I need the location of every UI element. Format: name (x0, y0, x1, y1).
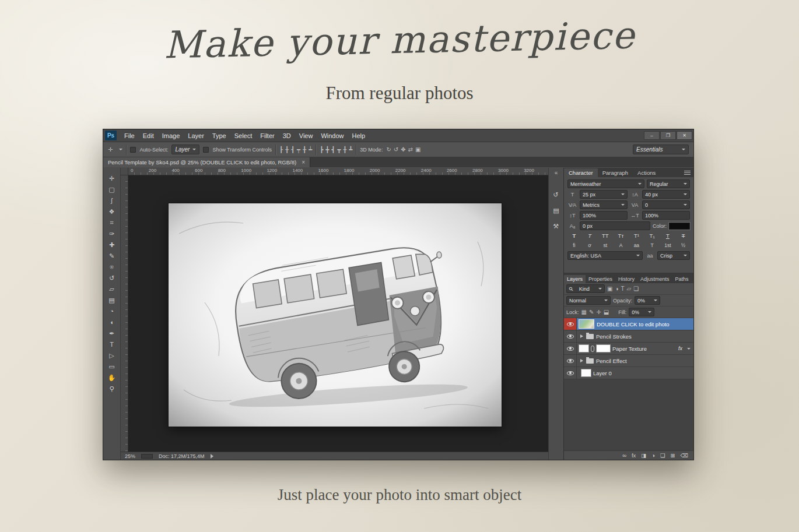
language-dropdown[interactable]: English: USA (567, 251, 643, 260)
menu-type[interactable]: Type (208, 132, 230, 139)
opentype-button[interactable]: st (599, 242, 612, 249)
menu-image[interactable]: Image (158, 132, 184, 139)
all-caps-button[interactable]: TT (599, 232, 612, 240)
3d-mode-icon[interactable]: ▣ (415, 146, 420, 153)
align-icon[interactable]: ┠ (279, 146, 283, 153)
status-menu-arrow-icon[interactable] (211, 454, 213, 459)
filter-kind-dropdown[interactable]: ⚲Kind (566, 284, 605, 293)
opentype-button[interactable]: T (646, 242, 659, 249)
pen-tool[interactable]: ✒ (105, 329, 119, 339)
font-size-field[interactable]: 25 px (580, 190, 628, 199)
auto-select-target-dropdown[interactable]: Layer (171, 145, 199, 154)
filter-adjustment-layers-icon[interactable]: ◑ (615, 286, 618, 292)
layer-row-pencil-effect[interactable]: Pencil Effect (564, 355, 693, 367)
opentype-button[interactable]: fi (567, 242, 581, 249)
link-layers-icon[interactable]: ∞ (622, 452, 626, 459)
mask-link-icon[interactable] (591, 346, 594, 352)
layer-thumbnail[interactable] (579, 344, 589, 353)
zoom-level[interactable]: 25% (125, 453, 135, 459)
artwork-canvas[interactable] (169, 203, 502, 427)
quick-selection-tool[interactable]: ❖ (105, 207, 119, 217)
document-viewport[interactable] (121, 175, 548, 452)
visibility-toggle[interactable] (564, 355, 577, 367)
3d-mode-icon[interactable]: ↻ (386, 146, 391, 153)
3d-mode-icon[interactable]: ⇄ (408, 146, 413, 153)
menu-view[interactable]: View (295, 132, 317, 139)
lock-transparency-icon[interactable]: ▦ (581, 309, 587, 315)
close-tab-icon[interactable]: × (302, 159, 305, 165)
filter-shape-layers-icon[interactable]: ▱ (627, 286, 632, 292)
tool-presets-panel-icon[interactable]: ⚒ (553, 223, 559, 230)
canvas-area[interactable]: 0200400600800100012001400160018002000220… (121, 168, 548, 460)
distribute-icon[interactable]: ┳ (337, 146, 341, 153)
history-panel-icon[interactable]: ↺ (553, 191, 559, 199)
visibility-toggle[interactable] (564, 367, 577, 379)
visibility-toggle[interactable] (564, 343, 577, 354)
text-color-swatch[interactable] (669, 223, 690, 230)
distribute-icon[interactable]: ┫ (331, 146, 335, 153)
layer-row-paper-texture[interactable]: Paper Texture fx (564, 343, 693, 355)
align-icon[interactable]: ┯ (297, 146, 300, 153)
visibility-toggle[interactable] (564, 330, 577, 342)
3d-mode-icon[interactable]: ✥ (401, 146, 405, 153)
tab-adjustments[interactable]: Adjustments (637, 275, 672, 283)
eraser-tool[interactable]: ▱ (105, 284, 119, 294)
history-brush-tool[interactable]: ↺ (105, 273, 119, 283)
align-icon[interactable]: ┷ (309, 146, 312, 153)
lock-all-icon[interactable]: ⬓ (604, 309, 609, 315)
blend-mode-dropdown[interactable]: Normal (566, 296, 611, 305)
document-tab[interactable]: Pencil Template by Sko4.psd @ 25% (DOUBL… (103, 157, 310, 167)
opacity-field[interactable]: 0% (635, 296, 660, 305)
align-icon[interactable]: ╂ (285, 146, 289, 153)
font-style-dropdown[interactable]: Regular (647, 179, 690, 188)
tab-paths[interactable]: Paths (672, 275, 692, 283)
kerning-field[interactable]: Metrics (580, 200, 628, 209)
marquee-tool[interactable]: ▢ (105, 185, 119, 195)
vertical-scale-field[interactable]: 100% (580, 211, 628, 220)
type-tool[interactable]: T (105, 340, 119, 350)
tracking-field[interactable]: 0 (642, 200, 690, 209)
lasso-tool[interactable]: ʃ (105, 196, 119, 206)
zoom-tool[interactable]: ⚲ (105, 384, 119, 394)
layer-row-pencil-strokes[interactable]: Pencil Strokes (564, 330, 693, 343)
healing-brush-tool[interactable]: ✚ (105, 240, 119, 250)
tab-properties[interactable]: Properties (586, 275, 615, 283)
align-icon[interactable]: ┨ (291, 146, 295, 153)
opentype-button[interactable]: 1st (661, 242, 675, 249)
faux-italic-button[interactable]: T (583, 232, 597, 240)
auto-select-checkbox[interactable] (130, 147, 136, 153)
leading-field[interactable]: 40 px (642, 190, 690, 199)
tab-history[interactable]: History (615, 275, 637, 283)
distribute-icon[interactable]: ┻ (349, 146, 352, 153)
workspace-switcher[interactable]: Essentials (633, 145, 689, 154)
properties-panel-icon[interactable]: ▤ (553, 207, 559, 214)
fill-field[interactable]: 0% (629, 308, 654, 316)
opentype-button[interactable]: aa (630, 242, 643, 249)
layer-effects-badge[interactable]: fx (678, 346, 684, 351)
eyedropper-tool[interactable]: ✑ (105, 229, 119, 239)
expand-group-icon[interactable] (580, 359, 583, 362)
hand-tool[interactable]: ✋ (105, 373, 119, 383)
delete-layer-icon[interactable]: ⌫ (681, 452, 688, 459)
opentype-button[interactable]: ơ (583, 242, 597, 249)
layer-thumbnail[interactable] (579, 319, 594, 329)
opentype-button[interactable]: ½ (677, 242, 690, 249)
small-caps-button[interactable]: Tᴛ (614, 232, 628, 240)
subscript-button[interactable]: T₁ (646, 232, 659, 240)
font-family-dropdown[interactable]: Merriweather (567, 179, 644, 188)
horizontal-ruler[interactable]: 0200400600800100012001400160018002000220… (128, 168, 548, 175)
panel-menu-icon[interactable] (684, 171, 691, 175)
superscript-button[interactable]: T¹ (630, 232, 643, 240)
maximize-button[interactable]: ❐ (660, 131, 676, 140)
tab-character[interactable]: Character (564, 168, 598, 177)
adjustment-layer-icon[interactable]: ◑ (651, 452, 655, 459)
menu-filter[interactable]: Filter (256, 132, 278, 139)
tab-actions[interactable]: Actions (633, 168, 660, 177)
show-transform-checkbox[interactable] (203, 147, 209, 153)
collapse-effects-icon[interactable] (687, 348, 691, 350)
menu-window[interactable]: Window (317, 132, 348, 139)
layer-row-layer-0[interactable]: Layer 0 (564, 367, 693, 379)
tab-layers[interactable]: Layers (564, 275, 586, 283)
distribute-icon[interactable]: ┣ (320, 146, 323, 153)
antialias-dropdown[interactable]: Crisp (657, 251, 690, 260)
